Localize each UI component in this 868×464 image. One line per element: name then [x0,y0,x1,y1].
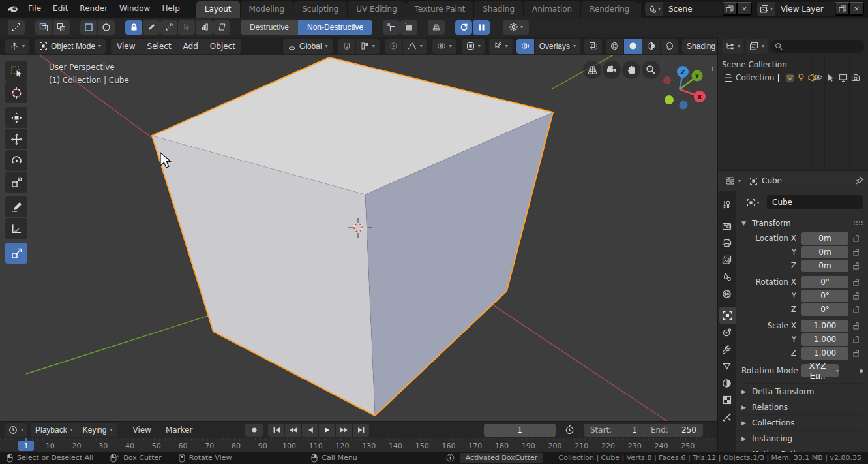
tab-texture[interactable] [718,392,736,409]
pan-view-button[interactable] [622,61,640,79]
prev-keyframe-button[interactable] [285,424,301,437]
expand-region-button[interactable] [160,20,177,35]
pause-toggle-button[interactable] [473,20,490,35]
circle-shape-button[interactable] [98,20,115,35]
tab-scene[interactable] [718,268,736,285]
transform-value-field[interactable]: 0° [801,276,848,288]
tab-tool[interactable] [718,196,736,213]
menu-edit[interactable]: Edit [47,0,74,18]
transform-value-field[interactable]: 0° [801,303,848,316]
transform-value-field[interactable]: 0° [801,290,848,302]
panel-instancing[interactable]: ▶ Instancing [741,430,863,446]
destructive-mode-button[interactable]: Destructive [241,20,298,35]
shape-offset-mode-button[interactable] [53,20,70,35]
panel-collections[interactable]: ▶ Collections [741,414,863,430]
select-box-tool[interactable] [5,61,27,82]
outliner-row-collection[interactable]: Collection [718,71,868,84]
start-frame-field[interactable]: Start:1 [584,424,644,437]
view-layer-browse-button[interactable]: ▾ [757,2,775,16]
scene-copy-button[interactable] [723,2,738,16]
axis-ball-x[interactable]: X [694,91,706,102]
panel-grip[interactable] [853,221,863,225]
menu-help[interactable]: Help [156,0,185,18]
shading-settings-button[interactable]: Shading ▾ [682,39,717,54]
draw-shape-button[interactable] [143,20,160,35]
playback-menu[interactable]: Playback▾ [31,423,78,437]
solidify-button[interactable] [213,20,230,35]
lock-icon[interactable] [848,305,864,314]
tab-material[interactable] [718,375,736,392]
solid-shape-button[interactable] [400,20,417,35]
selectable-toggle[interactable] [824,74,837,82]
outliner-row-scene-collection[interactable]: Scene Collection [718,58,868,71]
animate-dot[interactable] [860,369,863,373]
lock-icon[interactable] [848,278,864,286]
transform-value-field[interactable]: 0m [801,246,848,258]
shading-rendered-button[interactable] [661,39,678,54]
scene-unlink-button[interactable]: × [738,2,752,16]
boxcutter-settings-button[interactable]: ▾ [503,20,529,35]
proportional-falloff-button[interactable]: ▾ [403,39,427,54]
scene-browse-button[interactable]: ▾ [645,2,663,16]
timeline-marker-menu[interactable]: Marker [160,425,198,435]
shading-solid-button[interactable] [624,39,642,54]
overlays-settings-button[interactable]: Overlays ▾ [535,39,580,54]
cursor-tool[interactable] [5,82,27,103]
rotation-mode-dropdown[interactable]: XYZ Eu.. ▾ [801,364,839,377]
lock-icon[interactable] [848,234,864,243]
timeline-ruler[interactable]: 1 10203040506070809010011012013014015016… [0,438,717,452]
pivot-point-selector[interactable]: ▾ [432,39,456,54]
tab-modeling[interactable]: Modeling [241,1,293,18]
tab-world[interactable] [718,285,736,302]
transform-panel-header[interactable]: ▼ Transform [741,215,863,230]
wireframe-display-button[interactable] [428,20,445,35]
mode-selector[interactable]: Object Mode ▾ [35,39,106,54]
lock-toggle-button[interactable] [125,20,142,35]
pin-icon[interactable] [855,176,864,185]
axis-ball-z[interactable]: Z [677,66,689,78]
menu-window[interactable]: Window [113,0,156,18]
tab-object[interactable] [719,307,736,324]
tab-rendering[interactable]: Rendering [581,1,638,18]
use-preview-range-button[interactable] [565,425,575,435]
outliner-mode-button[interactable]: ▾ [746,39,768,54]
panel-delta-transform[interactable]: ▶ Delta Transform [741,383,863,399]
transform-value-field[interactable]: 0m [801,232,848,245]
tab-output[interactable] [718,234,736,251]
panel-relations[interactable]: ▶ Relations [741,399,863,414]
perspective-toggle-button[interactable] [583,61,601,79]
editor-type-button[interactable]: ▾ [5,39,29,54]
play-button[interactable] [319,424,335,437]
axis-ball-y[interactable]: Y [692,70,703,82]
workspace-tool-icon-button[interactable] [8,20,25,35]
current-frame-field[interactable]: 1 [484,424,556,437]
axis-ball-neg-y[interactable] [665,95,674,104]
shading-material-button[interactable] [642,39,660,54]
disable-viewports-toggle[interactable] [837,74,849,82]
tab-modifiers[interactable] [718,341,736,358]
tab-object-data[interactable] [718,358,736,375]
tab-constraints[interactable] [718,324,736,341]
tab-view-layer[interactable] [718,251,736,268]
transform-value-field[interactable]: 0m [801,260,848,272]
outliner-search-input[interactable] [770,40,864,53]
tab-animation[interactable]: Animation [524,1,580,18]
tab-sculpting[interactable]: Sculpting [293,1,347,18]
axis-ball-neg-x[interactable] [663,76,671,84]
tab-render[interactable] [718,217,736,234]
view-layer-name[interactable]: View Layer [775,2,835,16]
sync-toggle-button[interactable] [455,20,472,35]
sidebar-expand-button[interactable]: + [710,63,715,74]
blender-logo-icon[interactable] [5,2,20,16]
cursor-snap-button[interactable] [178,20,195,35]
auto-keying-button[interactable] [245,424,263,437]
jump-to-start-button[interactable] [268,424,284,437]
transform-tool[interactable] [5,107,27,128]
tab-shading[interactable]: Shading [474,1,523,18]
lock-icon[interactable] [848,262,864,270]
viewport-menu-view[interactable]: View [111,39,141,54]
shading-wireframe-button[interactable] [606,39,623,54]
non-destructive-mode-button[interactable]: Non-Destructive [298,20,372,35]
play-reverse-button[interactable] [302,424,318,437]
current-frame-indicator[interactable]: 1 [18,441,34,451]
